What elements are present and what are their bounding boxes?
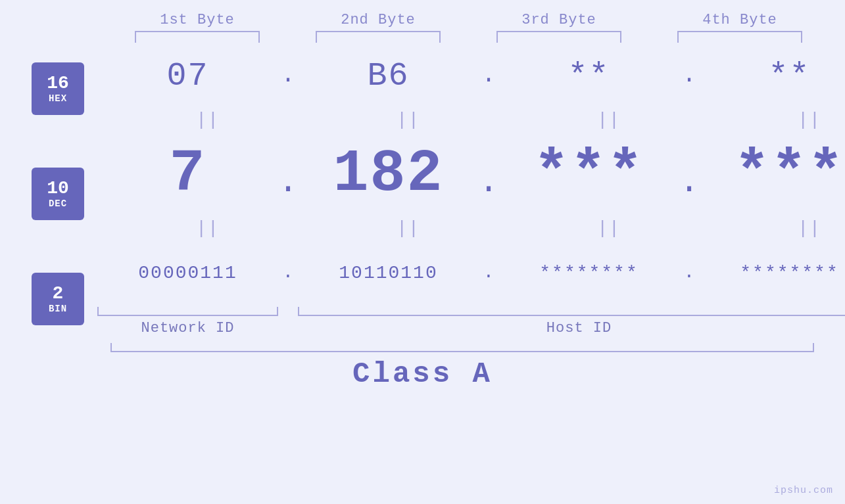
hex-dot-1: . — [278, 64, 298, 87]
eq1-b4: || — [719, 110, 845, 130]
bin-badge-label: BIN — [49, 304, 67, 314]
eq1-b1: || — [117, 110, 298, 130]
badge-spacer-2 — [32, 220, 84, 273]
eq-sign-1-1: || — [196, 110, 220, 130]
bin-b1-value: 00000111 — [138, 263, 237, 283]
class-label-row: Class A — [0, 357, 845, 390]
dec-badge-num: 10 — [47, 179, 69, 199]
hex-b2-cell: B6 — [298, 57, 479, 95]
eq2-b4: || — [719, 218, 845, 239]
host-id-label: Host ID — [298, 320, 845, 336]
network-id-bracket — [97, 307, 278, 316]
hex-badge-num: 16 — [47, 74, 69, 94]
byte4-header: 4th Byte — [650, 12, 831, 28]
bin-b2-cell: 10110110 — [298, 263, 479, 283]
hex-values-row: 07 . B6 . ** . ** — [97, 49, 845, 102]
byte3-header: 3rd Byte — [469, 12, 650, 28]
big-bracket-container — [0, 343, 845, 352]
bracket-cell-1 — [107, 31, 288, 43]
hex-b3-value: ** — [567, 57, 610, 95]
hex-badge-label: HEX — [49, 93, 67, 104]
hex-dot-3: . — [679, 64, 699, 87]
eq-sign-2-3: || — [597, 218, 621, 239]
byte-headers-row: 1st Byte 2nd Byte 3rd Byte 4th Byte — [0, 0, 845, 28]
bin-dot-3: . — [679, 263, 699, 282]
bin-badge-num: 2 — [53, 284, 64, 304]
hex-badge: 16 HEX — [32, 62, 84, 115]
hex-dot-2: . — [479, 64, 498, 87]
hex-b4-cell: ** — [699, 57, 845, 95]
eq1-b2: || — [318, 110, 498, 130]
badges-column: 16 HEX 10 DEC 2 BIN — [32, 49, 84, 325]
dec-b1-value: 7 — [169, 145, 206, 204]
bin-b3-cell: ******** — [498, 263, 679, 283]
dec-b3-value: *** — [533, 145, 644, 204]
bin-values-row: 00000111 . 10110110 . ******** . *******… — [97, 246, 845, 299]
bin-badge: 2 BIN — [32, 273, 84, 325]
main-container: 1st Byte 2nd Byte 3rd Byte 4th Byte 16 H… — [0, 0, 845, 504]
hex-b2-value: B6 — [367, 57, 409, 95]
dec-b1-cell: 7 — [97, 145, 278, 204]
dec-dot-1: . — [278, 166, 298, 210]
values-area: 07 . B6 . ** . ** || — [84, 49, 845, 336]
dec-dot-2: . — [479, 166, 498, 210]
top-bracket-1 — [135, 31, 260, 43]
eq-sign-1-2: || — [397, 110, 420, 130]
bin-b4-cell: ******** — [699, 263, 845, 283]
big-bottom-bracket — [110, 343, 814, 352]
dec-b3-cell: *** — [498, 145, 679, 204]
dec-badge: 10 DEC — [32, 168, 84, 220]
byte1-header: 1st Byte — [107, 12, 288, 28]
eq-sign-1-3: || — [597, 110, 621, 130]
network-id-label: Network ID — [97, 320, 278, 336]
eq-sign-2-2: || — [397, 218, 420, 239]
dec-b4-cell: *** — [699, 145, 845, 204]
dec-b2-value: 182 — [333, 145, 443, 204]
eq2-b1: || — [117, 218, 298, 239]
dec-badge-label: DEC — [49, 198, 67, 209]
top-bracket-3 — [496, 31, 621, 43]
main-grid: 16 HEX 10 DEC 2 BIN 07 — [0, 49, 845, 336]
hex-b1-value: 07 — [166, 57, 208, 95]
host-id-bracket — [298, 307, 845, 316]
bracket-cell-3 — [469, 31, 650, 43]
watermark: ipshu.com — [774, 485, 833, 496]
eq-sign-2-1: || — [196, 218, 220, 239]
eq2-b2: || — [318, 218, 498, 239]
bin-b3-value: ******** — [539, 263, 638, 283]
top-bracket-2 — [316, 31, 441, 43]
bot-bracket-sep — [278, 307, 298, 316]
bin-b1-cell: 00000111 — [97, 263, 278, 283]
eq2-b3: || — [518, 218, 699, 239]
byte2-header: 2nd Byte — [288, 12, 469, 28]
bracket-cell-4 — [650, 31, 831, 43]
equals-row-2: || || || || — [97, 210, 845, 246]
top-bracket-4 — [677, 31, 802, 43]
hex-b4-value: ** — [768, 57, 810, 95]
bracket-cell-2 — [288, 31, 469, 43]
bin-dot-1: . — [278, 263, 298, 282]
bottom-brackets-row — [97, 307, 845, 316]
equals-row-1: || || || || — [97, 102, 845, 138]
badge-spacer-1 — [32, 115, 84, 168]
class-label: Class A — [352, 357, 493, 390]
hex-b3-cell: ** — [498, 57, 679, 95]
dec-b4-value: *** — [734, 145, 844, 204]
hex-b1-cell: 07 — [97, 57, 278, 95]
id-labels-row: Network ID Host ID — [97, 320, 845, 336]
eq1-b3: || — [518, 110, 699, 130]
eq-sign-2-4: || — [798, 218, 821, 239]
bin-b4-value: ******** — [740, 263, 838, 283]
dec-b2-cell: 182 — [298, 145, 479, 204]
dec-values-row: 7 . 182 . *** . *** — [97, 138, 845, 210]
eq-sign-1-4: || — [798, 110, 821, 130]
bin-b2-value: 10110110 — [339, 263, 437, 283]
bin-dot-2: . — [479, 263, 498, 282]
dec-dot-3: . — [679, 166, 699, 210]
top-brackets-row — [0, 31, 845, 43]
